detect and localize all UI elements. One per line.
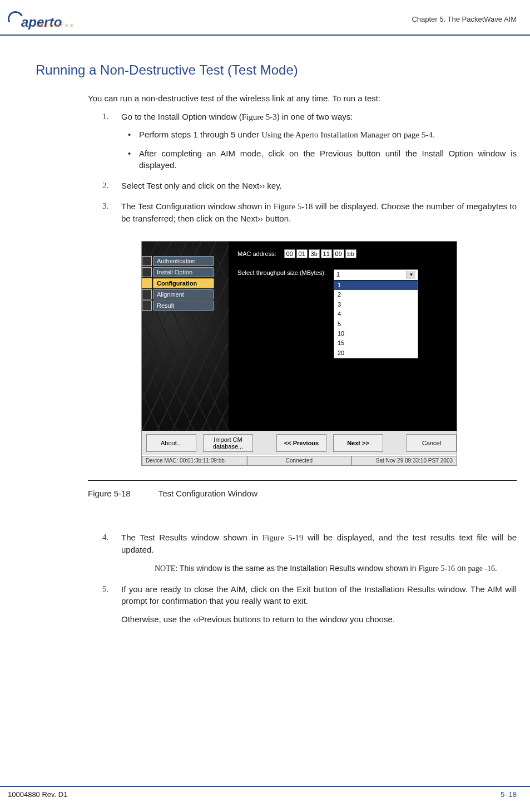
app-main-panel: MAC address: 00 01 3b 11 09 bb Select th… (229, 242, 457, 431)
sidebar-item-result[interactable]: Result (142, 301, 229, 311)
sidebar-item-alignment[interactable]: Alignment (142, 289, 229, 299)
status-connection: Connected (247, 456, 352, 465)
logo: aperto n e t w o r k s (8, 8, 73, 30)
chapter-label: Chapter 5. The PacketWave AIM (412, 15, 517, 23)
figure-caption: Figure 5-18 Test Configuration Window (88, 489, 517, 498)
sidebar-item-authentication[interactable]: Authentication (142, 256, 229, 266)
sidebar-item-install-option[interactable]: Install Option (142, 267, 229, 277)
throughput-selected: 1 (336, 271, 340, 279)
previous-button[interactable]: << Previous (276, 434, 326, 452)
footer-page-number: 5–18 (501, 790, 517, 799)
step-1: Go to the Install Option window (Figure … (102, 111, 517, 171)
mac-label: MAC address: (237, 250, 276, 257)
footer-docid: 10004880 Rev. D1 (8, 790, 67, 799)
step-4: The Test Results window shown in Figure … (102, 532, 517, 574)
figure-title: Test Configuration Window (158, 489, 257, 498)
mac-address-field[interactable]: 00 01 3b 11 09 bb (284, 249, 356, 258)
app-status-bar: Device MAC: 00:01:3b:11:09:bb Connected … (142, 455, 457, 465)
throughput-select[interactable]: 1 ▼ 1 2 3 4 5 10 15 20 (334, 269, 418, 358)
page-footer: 10004880 Rev. D1 5–18 (0, 786, 530, 799)
sidebar-item-configuration[interactable]: Configuration (142, 278, 229, 288)
app-sidebar: Authentication Install Option Configurat… (142, 242, 229, 431)
figure-rule (88, 480, 517, 481)
logo-subtext: n e t w o r k s (35, 22, 73, 28)
bullet-2: After completing an AIM mode, click on t… (128, 147, 517, 171)
figure-5-18: Authentication Install Option Configurat… (141, 241, 517, 466)
about-button[interactable]: About... (146, 434, 196, 452)
step1-lead: Go to the Install Option window ( (121, 112, 242, 121)
throughput-label: Select throughput size (MBytes): (237, 269, 326, 276)
status-time: Sat Nov 29 09:33:10 PST 2003 (351, 456, 457, 465)
step-5: If you are ready to close the AIM, click… (102, 583, 517, 625)
next-button[interactable]: Next >> (333, 434, 383, 452)
note-block: NOTE: This window is the same as the Ins… (155, 563, 517, 574)
step1-tail: ) in one of two ways: (277, 112, 353, 121)
app-button-bar: About... Import CM database... << Previo… (142, 431, 457, 455)
dropdown-arrow-icon[interactable]: ▼ (407, 271, 415, 279)
status-mac: Device MAC: 00:01:3b:11:09:bb (142, 456, 247, 465)
figure-number: Figure 5-18 (88, 489, 131, 498)
cancel-button[interactable]: Cancel (407, 434, 457, 452)
section-title: Running a Non-Destructive Test (Test Mod… (36, 62, 517, 78)
throughput-option-list[interactable]: 1 2 3 4 5 10 15 20 (334, 280, 418, 358)
step-2: Select Test only and click on the Next››… (102, 180, 517, 191)
bullet-1: Perform steps 1 through 5 under Using th… (128, 129, 517, 141)
step-3: The Test Configuration window shown in F… (102, 200, 517, 224)
app-window: Authentication Install Option Configurat… (141, 241, 457, 466)
step1-ref: Figure 5-3 (242, 112, 277, 121)
note-lead: NOTE: (155, 564, 177, 573)
page-header: aperto n e t w o r k s Chapter 5. The Pa… (0, 0, 530, 36)
intro-text: You can run a non-destructive test of th… (88, 93, 517, 103)
import-button[interactable]: Import CM database... (203, 434, 253, 452)
